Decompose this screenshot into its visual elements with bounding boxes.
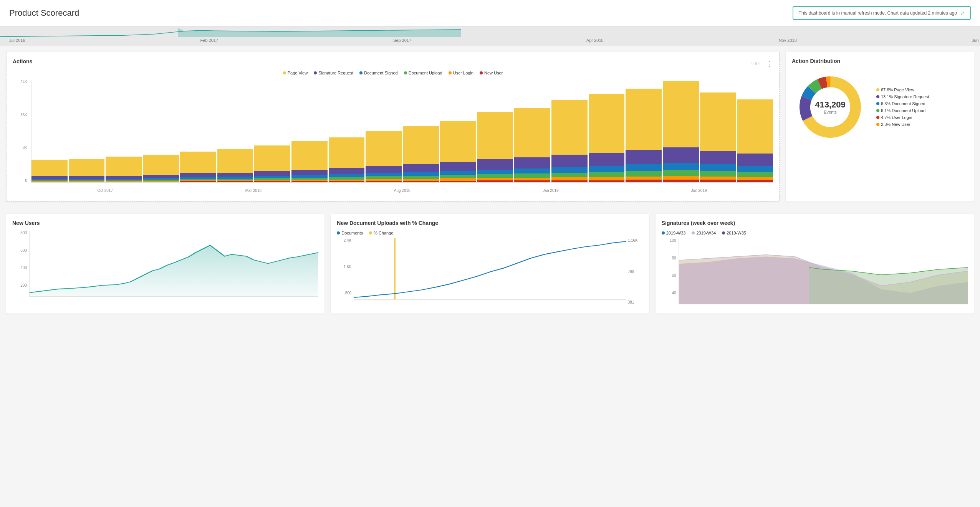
- bar-segment-13-3: [514, 173, 550, 178]
- refresh-text: This dashboard is in manual refresh mode…: [799, 10, 957, 16]
- bar-segment-3-0: [143, 155, 179, 175]
- bar-chart-container: 24K 16K 8K 0 Oct 2017 Mar 2018 Aug 2018 …: [13, 80, 773, 195]
- bar-segment-7-1: [291, 170, 328, 175]
- sig-y3: 60: [672, 273, 676, 277]
- y-label-0: 0: [25, 178, 27, 183]
- bar-group-11: [440, 80, 476, 182]
- bar-segment-4-1: [180, 173, 216, 177]
- bar-segment-5-5: [217, 181, 253, 182]
- page-title: Product Scorecard: [9, 8, 79, 18]
- bar-segment-18-0: [700, 92, 736, 151]
- bar-segment-0-0: [31, 160, 68, 176]
- bar-segment-11-5: [440, 181, 476, 182]
- timeline-label-6: Jun 2019: [972, 38, 980, 43]
- donut-legend-doc-signed: 6.3% Document Signed: [876, 101, 929, 106]
- bar-segment-6-0: [254, 145, 290, 171]
- legend-user-login: User Login: [449, 71, 473, 75]
- bar-segment-2-0: [106, 157, 142, 176]
- bar-segment-7-5: [291, 181, 328, 182]
- donut-container: 413,209 Events 67.6% Page View 13.1% Sig…: [792, 69, 968, 145]
- x-label-4: Jan 2019: [543, 188, 558, 193]
- bar-segment-14-5: [551, 180, 588, 182]
- bar-segment-3-1: [143, 175, 179, 178]
- bar-segment-10-2: [403, 172, 439, 175]
- bar-segment-2-5: [106, 182, 142, 182]
- legend-new-user: New User: [480, 71, 503, 75]
- bar-segment-14-0: [551, 100, 588, 155]
- timeline-bar[interactable]: Jul 2016 Feb 2017 Sep 2017 Apr 2018 Nov …: [0, 26, 980, 46]
- bar-segment-5-1: [217, 173, 253, 177]
- sig-y-labels: 100 80 60 40: [662, 238, 679, 295]
- timeline-label-1: Jul 2016: [9, 38, 25, 43]
- x-label-1: Oct 2017: [97, 188, 113, 193]
- new-users-chart: 800 600 400 200: [12, 231, 318, 300]
- legend-dot-doc-signed: [359, 71, 363, 74]
- legend-w34: 2019-W34: [692, 231, 716, 235]
- donut-center: 413,209 Events: [815, 100, 846, 114]
- x-label-2: Mar 2018: [245, 188, 262, 193]
- bar-segment-15-3: [589, 172, 625, 177]
- legend-label-doc-signed: Document Signed: [364, 71, 397, 75]
- legend-w33: 2019-W33: [662, 231, 686, 235]
- bar-segment-1-5: [69, 182, 105, 182]
- donut-dot-5: [876, 123, 879, 126]
- bar-segment-7-2: [291, 175, 328, 178]
- du-yl2: 1.6K: [344, 265, 352, 269]
- bar-chart: [31, 80, 773, 183]
- signatures-svg: [679, 238, 968, 304]
- x-axis-labels: Oct 2017 Mar 2018 Aug 2018 Jan 2019 Jun …: [31, 186, 773, 195]
- donut-events-label: Events: [815, 110, 846, 114]
- actions-legend: Page View Signature Request Document Sig…: [13, 71, 773, 75]
- doc-y-right: 1.16K 769 381: [626, 238, 643, 304]
- legend-documents: Documents: [337, 231, 363, 235]
- bar-segment-17-3: [663, 170, 699, 176]
- bar-segment-15-0: [589, 94, 625, 152]
- doc-y-left: 2.4K 1.6K 800: [337, 238, 354, 295]
- signatures-card: Signatures (week over week) 2019-W33 201…: [656, 214, 974, 314]
- donut-label-4: 4.7% User Login: [881, 115, 912, 120]
- bar-segment-13-4: [514, 178, 550, 180]
- bar-segment-12-2: [477, 170, 513, 174]
- du-yr2: 769: [628, 269, 634, 274]
- nu-y4: 200: [20, 283, 27, 287]
- bar-segment-8-2: [329, 174, 365, 177]
- bar-segment-6-1: [254, 171, 290, 176]
- doc-uploads-title: New Document Uploads with % Change: [337, 220, 643, 226]
- bar-segment-10-3: [403, 176, 439, 179]
- page-header: Product Scorecard This dashboard is in m…: [0, 0, 980, 26]
- bar-segment-9-1: [366, 166, 402, 173]
- legend-dot-sig-req: [314, 71, 317, 74]
- bar-segment-8-5: [329, 181, 365, 182]
- bar-group-5: [217, 80, 253, 182]
- x-label-3: Aug 2018: [394, 188, 411, 193]
- bar-group-18: [700, 80, 736, 182]
- timeline-sparkline: [0, 28, 461, 37]
- actions-header: Actions ⠿⠿⠿ ⋮: [13, 58, 773, 69]
- new-users-svg: [30, 231, 318, 296]
- bar-segment-13-2: [514, 168, 550, 173]
- bar-segment-19-3: [737, 172, 773, 177]
- action-distribution-card: Action Distribution 413,209 Events 67.6%…: [786, 52, 974, 201]
- new-users-y-labels: 800 600 400 200: [12, 231, 29, 287]
- bar-segment-2-1: [106, 176, 142, 179]
- donut-label-0: 67.6% Page View: [881, 88, 914, 92]
- bar-segment-17-1: [663, 147, 699, 163]
- bar-segment-11-3: [440, 175, 476, 178]
- bar-segment-1-1: [69, 176, 105, 179]
- y-axis-labels: 24K 16K 8K 0: [13, 80, 30, 183]
- timeline-labels: Jul 2016 Feb 2017 Sep 2017 Apr 2018 Nov …: [9, 38, 980, 43]
- bar-segment-15-5: [589, 180, 625, 182]
- sig-y2: 80: [672, 256, 676, 260]
- label-documents: Documents: [341, 231, 363, 235]
- legend-label-page-view: Page View: [288, 71, 308, 75]
- expand-icon[interactable]: ⤢: [960, 10, 965, 16]
- bar-segment-17-2: [663, 163, 699, 170]
- more-options-icon[interactable]: ⋮: [766, 59, 773, 68]
- donut-dot-3: [876, 109, 879, 112]
- bar-group-9: [366, 80, 402, 182]
- donut-total: 413,209: [815, 100, 846, 110]
- bar-segment-16-3: [626, 171, 662, 177]
- du-yr1: 1.16K: [628, 238, 638, 243]
- actions-card: Actions ⠿⠿⠿ ⋮ Page View Signature Reques…: [6, 52, 780, 201]
- new-users-title: New Users: [12, 220, 318, 226]
